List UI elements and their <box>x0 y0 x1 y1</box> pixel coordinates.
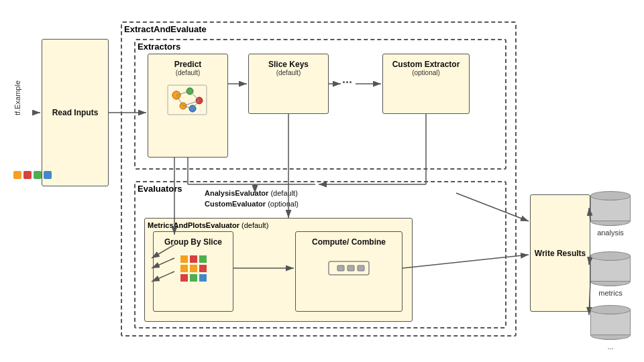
dot-orange <box>13 171 21 179</box>
read-inputs-box: Read Inputs <box>42 39 109 186</box>
compute-combine-box: Compute/ Combine <box>295 231 402 312</box>
svg-rect-23 <box>337 265 344 271</box>
analysis-db-label: analysis <box>597 229 624 237</box>
dot-blue <box>44 171 52 179</box>
group-by-slice-label: Group By Slice <box>164 237 222 247</box>
slice-keys-box: Slice Keys (default) <box>248 54 329 114</box>
predict-label: Predict <box>174 60 202 69</box>
metrics-db-label: metrics <box>598 289 622 297</box>
ellipsis-extractors: ... <box>342 72 352 86</box>
compute-combine-label: Compute/ Combine <box>312 237 386 247</box>
other-db: ... <box>590 305 631 351</box>
custom-extractor-box: Custom Extractor (optional) <box>382 54 470 114</box>
svg-rect-25 <box>358 265 364 271</box>
write-results-label: Write Results <box>535 249 586 258</box>
metrics-db: metrics <box>590 251 631 297</box>
custom-extractor-sublabel: (optional) <box>412 69 440 76</box>
svg-rect-20 <box>190 274 197 282</box>
svg-rect-16 <box>180 265 188 272</box>
cyl-top <box>590 251 631 261</box>
cyl-top <box>590 305 631 314</box>
predict-sublabel: (default) <box>176 69 201 76</box>
custom-evaluator-label: CustomEvaluator (optional) <box>205 200 299 208</box>
svg-rect-13 <box>180 255 188 263</box>
evaluators-label: Evaluators <box>138 184 182 194</box>
predict-box: Predict (default) <box>148 54 228 158</box>
dot-green <box>34 171 42 179</box>
svg-rect-14 <box>190 255 197 263</box>
slice-keys-label: Slice Keys <box>268 60 309 69</box>
svg-rect-17 <box>190 265 197 272</box>
svg-rect-19 <box>180 274 188 282</box>
svg-rect-15 <box>199 255 207 263</box>
analysis-evaluator-label: AnalysisEvaluator (default) <box>205 189 298 197</box>
extractors-label: Extractors <box>138 42 180 52</box>
analysis-db: analysis <box>590 191 631 237</box>
read-inputs-label: Read Inputs <box>52 108 99 117</box>
slice-keys-sublabel: (default) <box>276 69 301 76</box>
color-dots <box>13 171 52 179</box>
svg-rect-21 <box>199 274 207 282</box>
other-db-label: ... <box>607 343 613 351</box>
cyl-top <box>590 191 631 200</box>
dot-red <box>23 171 32 179</box>
grid-icon <box>175 250 212 287</box>
group-by-slice-box: Group By Slice <box>153 231 233 312</box>
svg-rect-24 <box>347 265 354 271</box>
diagram: ExtractAndEvaluate Extractors Evaluators… <box>0 0 644 362</box>
custom-extractor-label: Custom Extractor <box>392 60 460 69</box>
tf-example-label: tf.Example <box>13 80 21 115</box>
metrics-plots-label: MetricsAndPlotsEvaluator (default) <box>148 221 268 229</box>
write-results-box: Write Results <box>530 194 590 312</box>
compute-icon <box>325 255 372 282</box>
svg-rect-18 <box>199 265 207 272</box>
network-graph-icon <box>164 82 211 119</box>
